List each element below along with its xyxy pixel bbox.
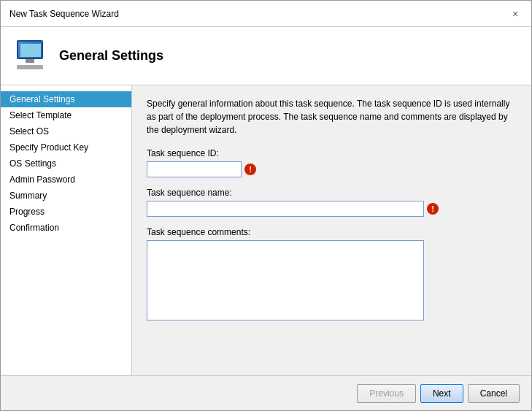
sidebar-item-progress[interactable]: Progress	[1, 204, 131, 220]
sidebar-item-specify-product-key[interactable]: Specify Product Key	[1, 139, 131, 155]
monitor-screen	[20, 44, 41, 57]
sidebar-item-os-settings[interactable]: OS Settings	[1, 155, 131, 172]
sidebar-item-admin-password[interactable]: Admin Password	[1, 172, 131, 188]
window-title: New Task Sequence Wizard	[9, 9, 119, 19]
description-text: Specify general information about this t…	[147, 97, 517, 137]
sidebar: General Settings Select Template Select …	[1, 85, 132, 375]
cancel-button[interactable]: Cancel	[468, 384, 520, 403]
task-sequence-comments-group: Task sequence comments:	[147, 227, 517, 323]
content-area: General Settings Select Template Select …	[1, 85, 531, 375]
task-sequence-name-row: !	[147, 201, 517, 217]
previous-button[interactable]: Previous	[357, 384, 416, 403]
task-sequence-name-error-icon: !	[427, 203, 439, 215]
next-button[interactable]: Next	[420, 384, 463, 403]
task-sequence-comments-input[interactable]	[147, 240, 424, 320]
task-sequence-name-group: Task sequence name: !	[147, 188, 517, 217]
task-sequence-name-input[interactable]	[147, 201, 424, 217]
sidebar-item-confirmation[interactable]: Confirmation	[1, 220, 131, 236]
monitor-stand	[26, 59, 34, 63]
task-sequence-name-label: Task sequence name:	[147, 188, 517, 198]
header-area: General Settings	[1, 27, 531, 85]
sidebar-item-select-template[interactable]: Select Template	[1, 107, 131, 123]
title-bar: New Task Sequence Wizard ×	[1, 1, 531, 27]
sidebar-item-select-os[interactable]: Select OS	[1, 123, 131, 139]
monitor-body	[17, 40, 43, 59]
footer-area: Previous Next Cancel	[1, 375, 531, 410]
task-sequence-id-error-icon: !	[244, 164, 256, 175]
keyboard	[17, 65, 43, 69]
main-content: Specify general information about this t…	[132, 85, 531, 375]
task-sequence-id-group: Task sequence ID: !	[147, 148, 517, 177]
sidebar-item-general-settings[interactable]: General Settings	[1, 91, 131, 107]
page-title: General Settings	[59, 48, 163, 64]
task-sequence-id-input[interactable]	[147, 161, 242, 177]
task-sequence-id-label: Task sequence ID:	[147, 148, 517, 158]
wizard-window: New Task Sequence Wizard × General Setti…	[0, 0, 532, 411]
task-sequence-id-row: !	[147, 161, 517, 177]
close-button[interactable]: ×	[508, 7, 523, 21]
computer-icon	[14, 40, 46, 72]
task-sequence-comments-label: Task sequence comments:	[147, 227, 517, 237]
sidebar-item-summary[interactable]: Summary	[1, 188, 131, 204]
header-icon	[12, 39, 47, 74]
